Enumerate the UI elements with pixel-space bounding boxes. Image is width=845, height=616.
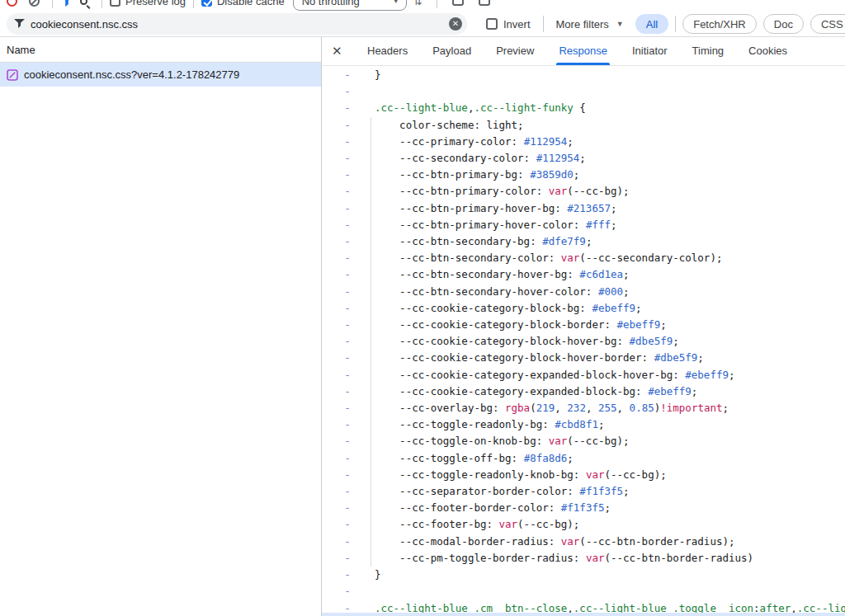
tab-response[interactable]: Response (556, 37, 610, 65)
line-marker: - (322, 200, 373, 217)
invert-filter-control[interactable]: Invert (486, 18, 531, 31)
code-line: - --cc-pm-toggle-border-radius: var(--cc… (322, 550, 845, 567)
code-line: - --cc-btn-secondary-hover-color: #000; (322, 284, 845, 300)
import-har-icon[interactable] (452, 0, 464, 6)
line-content: --cc-btn-primary-hover-color: #fff; (373, 217, 617, 233)
devtools-network-panel: Preserve log Disable cache No throttling… (0, 0, 845, 616)
line-marker: - (322, 117, 373, 134)
details-tab-bar: ✕ HeadersPayloadPreviewResponseInitiator… (322, 37, 845, 66)
network-main-split: Name cookieconsent.nsc.css?ver=4.1.2-178… (0, 37, 845, 616)
preserve-log-checkbox[interactable] (110, 0, 120, 7)
line-marker: - (322, 433, 373, 449)
toolbar-divider (193, 0, 194, 8)
filter-input[interactable]: cookieconsent.nsc.css ✕ (7, 13, 467, 35)
line-marker: - (322, 500, 373, 516)
line-content: --cc-cookie-category-expanded-block-bg: … (373, 383, 697, 400)
line-marker: - (322, 250, 373, 266)
tab-cookies[interactable]: Cookies (746, 37, 790, 65)
filter-pill-all[interactable]: All (635, 14, 668, 34)
filter-pill-doc[interactable]: Doc (763, 14, 804, 34)
code-line: - --cc-cookie-category-block-bg: #ebeff9… (322, 300, 845, 317)
code-line: - --cc-footer-bg: var(--cc-bg); (322, 516, 845, 533)
preserve-log-label: Preserve log (125, 0, 186, 7)
line-marker: - (322, 284, 373, 300)
close-icon[interactable]: ✕ (332, 44, 347, 59)
throttling-value: No throttling (302, 0, 360, 7)
line-marker: - (322, 350, 373, 366)
name-column-header[interactable]: Name (0, 37, 321, 63)
network-conditions-icon[interactable]: ⇅ (413, 0, 422, 7)
tab-preview[interactable]: Preview (493, 37, 536, 65)
tab-payload[interactable]: Payload (430, 37, 474, 65)
line-marker: - (322, 567, 373, 583)
search-icon[interactable] (80, 0, 87, 5)
code-line: - --cc-toggle-readonly-bg: #cbd8f1; (322, 416, 845, 433)
line-marker: - (322, 300, 373, 317)
line-marker: - (322, 83, 373, 100)
line-marker: - (322, 167, 373, 183)
code-line: - --cc-overlay-bg: rgba(219, 232, 255, 0… (322, 400, 845, 416)
line-marker: - (322, 333, 373, 350)
clear-icon[interactable] (29, 0, 40, 7)
more-filters-button[interactable]: More filters ▼ (556, 18, 624, 31)
filter-pill-fetch-xhr[interactable]: Fetch/XHR (682, 14, 757, 34)
line-content: color-scheme: light; (373, 117, 524, 134)
response-bottom-highlight (322, 613, 845, 616)
line-marker: - (322, 183, 373, 200)
response-code-view[interactable]: -}--.cc--light-blue,.cc--light-funky {- … (322, 66, 845, 616)
line-marker: - (322, 416, 373, 433)
line-content: --cc-footer-border-color: #f1f3f5; (373, 500, 611, 516)
line-content: --cc-overlay-bg: rgba(219, 232, 255, 0.8… (373, 400, 729, 416)
line-marker: - (322, 217, 373, 233)
invert-checkbox[interactable] (486, 18, 498, 30)
invert-label: Invert (503, 18, 531, 31)
line-marker: - (322, 134, 373, 150)
network-toolbar: Preserve log Disable cache No throttling… (0, 0, 845, 12)
line-content: .cc--light-blue,.cc--light-funky { (373, 100, 586, 116)
indent-guide (371, 117, 371, 567)
tab-initiator[interactable]: Initiator (630, 37, 670, 65)
line-marker: - (322, 367, 373, 383)
line-content: --cc-cookie-category-block-bg: #ebeff9; (373, 300, 642, 317)
line-content (373, 583, 375, 600)
filter-pill-css[interactable]: CSS (810, 14, 845, 34)
line-marker: - (322, 550, 373, 567)
request-details-panel: ✕ HeadersPayloadPreviewResponseInitiator… (322, 37, 845, 616)
export-har-icon[interactable] (479, 0, 490, 6)
line-content: --cc-cookie-category-expanded-block-hove… (373, 367, 735, 383)
tab-timing[interactable]: Timing (690, 37, 727, 65)
record-icon[interactable] (7, 0, 17, 7)
tab-headers[interactable]: Headers (365, 37, 410, 65)
code-line: - --cc-toggle-readonly-knob-bg: var(--cc… (322, 467, 845, 483)
line-content: --cc-toggle-readonly-bg: #cbd8f1; (373, 416, 604, 433)
details-tabs: HeadersPayloadPreviewResponseInitiatorTi… (355, 37, 800, 65)
code-line: - --cc-btn-primary-bg: #3859d0; (322, 167, 845, 183)
line-content: --cc-footer-bg: var(--cc-bg); (373, 516, 579, 533)
request-list-panel: Name cookieconsent.nsc.css?ver=4.1.2-178… (0, 37, 322, 616)
line-content: --cc-modal-border-radius: var(--cc-btn-b… (373, 534, 735, 550)
disable-cache-label: Disable cache (217, 0, 285, 7)
active-tab-indicator (556, 63, 610, 65)
filter-icon[interactable] (60, 0, 73, 7)
line-marker: - (322, 100, 373, 116)
line-content: --cc-cookie-category-block-hover-bg: #db… (373, 333, 679, 350)
throttling-select[interactable]: No throttling ▼ (293, 0, 407, 11)
code-line: - (322, 583, 845, 600)
line-marker: - (322, 400, 373, 416)
request-row-selected[interactable]: cookieconsent.nsc.css?ver=4.1.2-17824277… (0, 63, 321, 87)
code-line: -} (322, 567, 845, 583)
clear-filter-icon[interactable]: ✕ (449, 17, 462, 31)
code-line: - --cc-btn-secondary-color: var(--cc-sec… (322, 250, 845, 266)
line-content: --cc-btn-secondary-hover-bg: #c6d1ea; (373, 266, 630, 283)
filter-query-text[interactable]: cookieconsent.nsc.css (31, 18, 449, 31)
line-content: --cc-pm-toggle-border-radius: var(--cc-b… (373, 550, 753, 567)
line-content: --cc-btn-primary-color: var(--cc-bg); (373, 183, 630, 200)
disable-cache-checkbox[interactable] (201, 0, 212, 7)
line-marker: - (322, 383, 373, 400)
code-line: - --cc-primary-color: #112954; (322, 134, 845, 150)
code-line: -} (322, 67, 845, 83)
code-line: - --cc-btn-primary-hover-color: #fff; (322, 217, 845, 233)
line-content: --cc-btn-primary-bg: #3859d0; (373, 167, 579, 183)
code-line: - --cc-cookie-category-block-hover-borde… (322, 350, 845, 366)
code-line: - --cc-btn-secondary-bg: #dfe7f9; (322, 233, 845, 250)
